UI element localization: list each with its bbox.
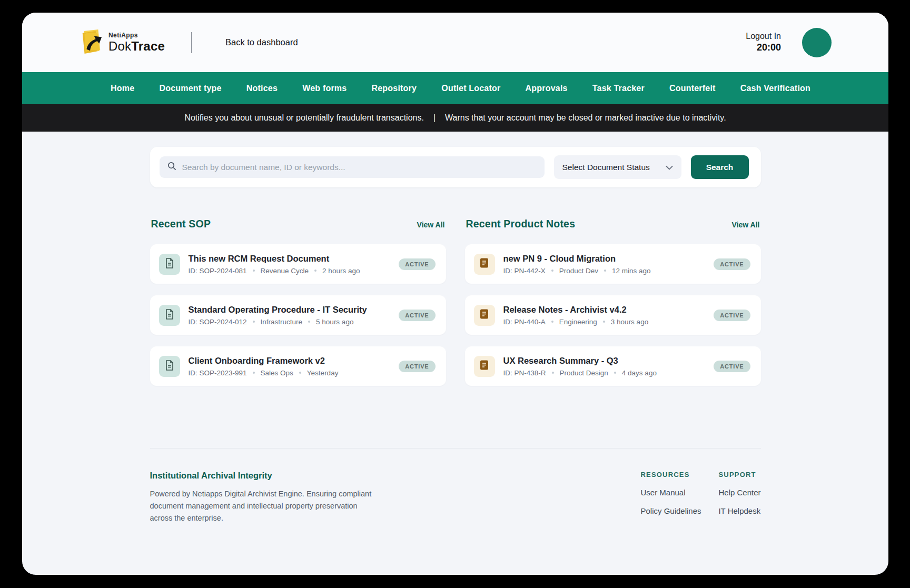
nav-item-document-type[interactable]: Document type	[159, 84, 221, 93]
footer-resources-column: RESOURCES User Manual Policy Guidelines	[640, 471, 718, 525]
nav-item-task-tracker[interactable]: Task Tracker	[592, 84, 645, 93]
document-id: ID: PN-442-X	[503, 267, 546, 275]
document-title: This new RCM Request Document	[189, 254, 399, 264]
recent-sop-view-all-link[interactable]: View All	[417, 221, 445, 229]
footer-support-heading: SUPPORT	[718, 471, 760, 479]
sop-card[interactable]: Standard Operating Procedure - IT Securi…	[150, 295, 446, 335]
logout-timer-value: 20:00	[746, 42, 781, 53]
document-department: Revenue Cycle	[261, 267, 309, 275]
nav-item-notices[interactable]: Notices	[246, 84, 278, 93]
back-to-dashboard-link[interactable]: Back to dashboard	[225, 37, 298, 47]
search-button[interactable]: Search	[691, 155, 749, 179]
notification-separator: |	[433, 113, 436, 123]
page-footer: Institutional Archival Integrity Powered…	[150, 448, 761, 525]
main-nav: Home Document type Notices Web forms Rep…	[22, 72, 888, 104]
header-divider	[191, 32, 192, 53]
document-title: Client Onboarding Framework v2	[189, 356, 399, 366]
nav-item-counterfeit[interactable]: Counterfeit	[669, 84, 716, 93]
status-badge: ACTIVE	[714, 361, 750, 372]
document-department: Sales Ops	[261, 369, 293, 377]
brand-product: DokTrace	[108, 39, 165, 54]
document-time: 12 mins ago	[612, 267, 651, 275]
notification-message-1: Notifies you about unusual or potentiall…	[184, 113, 424, 123]
document-status-dropdown[interactable]: Select Document Status	[554, 155, 681, 179]
recent-product-notes-section: Recent Product Notes View All new PN 9 -…	[465, 218, 761, 397]
search-panel: Select Document Status Search	[150, 147, 761, 187]
nav-item-outlet-locator[interactable]: Outlet Locator	[441, 84, 500, 93]
document-time: 5 hours ago	[316, 318, 353, 326]
chevron-down-icon	[666, 163, 673, 172]
document-title: Release Notes - Archivist v4.2	[503, 305, 714, 315]
doktrace-book-logo-icon	[79, 28, 103, 57]
footer-resources-heading: RESOURCES	[640, 471, 718, 479]
nav-item-cash-verification[interactable]: Cash Verification	[740, 84, 810, 93]
app-window: NetiApps DokTrace Back to dashboard Logo…	[22, 13, 888, 575]
document-department: Product Dev	[559, 267, 598, 275]
footer-description: Powered by Netiapps Digital Archivist En…	[150, 488, 377, 525]
logout-timer-label: Logout In	[746, 32, 781, 41]
footer-support-column: SUPPORT Help Center IT Helpdesk	[718, 471, 760, 525]
note-icon	[479, 308, 489, 322]
document-icon	[164, 360, 175, 373]
product-note-card[interactable]: new PN 9 - Cloud Migration ID: PN-442-X …	[465, 244, 761, 284]
footer-link-policy-guidelines[interactable]: Policy Guidelines	[640, 506, 718, 515]
sop-card[interactable]: This new RCM Request Document ID: SOP-20…	[150, 244, 446, 284]
nav-item-home[interactable]: Home	[111, 84, 134, 93]
note-icon	[479, 257, 489, 271]
recent-sop-title: Recent SOP	[151, 218, 211, 230]
document-id: ID: SOP-2024-012	[189, 318, 247, 326]
document-time: 2 hours ago	[322, 267, 360, 275]
recent-sop-section: Recent SOP View All This new RCM Request…	[150, 218, 446, 397]
search-icon	[167, 161, 177, 173]
document-title: UX Research Summary - Q3	[503, 356, 714, 366]
product-note-card[interactable]: UX Research Summary - Q3 ID: PN-438-R Pr…	[465, 346, 761, 386]
recent-product-notes-view-all-link[interactable]: View All	[732, 221, 760, 229]
document-title: Standard Operating Procedure - IT Securi…	[189, 305, 399, 315]
notification-message-2: Warns that your account may be closed or…	[445, 113, 726, 123]
document-status-dropdown-label: Select Document Status	[562, 163, 650, 172]
document-meta: ID: PN-438-R Product Design 4 days ago	[503, 369, 714, 377]
status-badge: ACTIVE	[399, 258, 435, 270]
document-department: Product Design	[560, 369, 608, 377]
recent-product-notes-title: Recent Product Notes	[466, 218, 576, 230]
header: NetiApps DokTrace Back to dashboard Logo…	[22, 13, 888, 72]
product-note-card[interactable]: Release Notes - Archivist v4.2 ID: PN-44…	[465, 295, 761, 335]
note-icon	[479, 360, 489, 373]
nav-item-repository[interactable]: Repository	[372, 84, 417, 93]
document-icon	[164, 257, 175, 271]
nav-item-web-forms[interactable]: Web forms	[302, 84, 347, 93]
search-input[interactable]	[182, 163, 537, 172]
document-id: ID: SOP-2023-991	[189, 369, 247, 377]
document-department: Engineering	[559, 318, 597, 326]
notification-bar: Notifies you about unusual or potentiall…	[22, 104, 888, 132]
document-meta: ID: PN-442-X Product Dev 12 mins ago	[503, 267, 714, 275]
document-time: Yesterday	[307, 369, 339, 377]
footer-link-it-helpdesk[interactable]: IT Helpdesk	[718, 506, 760, 515]
footer-link-help-center[interactable]: Help Center	[718, 488, 760, 497]
status-badge: ACTIVE	[399, 310, 435, 321]
footer-title: Institutional Archival Integrity	[150, 471, 377, 481]
main-content: Select Document Status Search Recent SOP…	[150, 147, 761, 525]
document-meta: ID: SOP-2023-991 Sales Ops Yesterday	[189, 369, 399, 377]
user-avatar[interactable]	[802, 28, 832, 57]
document-id: ID: SOP-2024-081	[189, 267, 247, 275]
document-meta: ID: SOP-2024-012 Infrastructure 5 hours …	[189, 318, 399, 326]
sop-card[interactable]: Client Onboarding Framework v2 ID: SOP-2…	[150, 346, 446, 386]
document-meta: ID: PN-440-A Engineering 3 hours ago	[503, 318, 714, 326]
document-time: 4 days ago	[622, 369, 657, 377]
status-badge: ACTIVE	[399, 361, 435, 372]
footer-link-user-manual[interactable]: User Manual	[640, 488, 718, 497]
document-meta: ID: SOP-2024-081 Revenue Cycle 2 hours a…	[189, 267, 399, 275]
document-id: ID: PN-440-A	[503, 318, 546, 326]
brand-company: NetiApps	[108, 32, 165, 39]
status-badge: ACTIVE	[714, 258, 750, 270]
logout-timer: Logout In 20:00	[746, 32, 781, 53]
brand-logo[interactable]: NetiApps DokTrace	[79, 28, 165, 57]
document-title: new PN 9 - Cloud Migration	[503, 254, 714, 264]
document-department: Infrastructure	[261, 318, 303, 326]
document-time: 3 hours ago	[611, 318, 648, 326]
document-icon	[164, 308, 175, 322]
status-badge: ACTIVE	[714, 310, 750, 321]
document-id: ID: PN-438-R	[503, 369, 546, 377]
nav-item-approvals[interactable]: Approvals	[526, 84, 568, 93]
